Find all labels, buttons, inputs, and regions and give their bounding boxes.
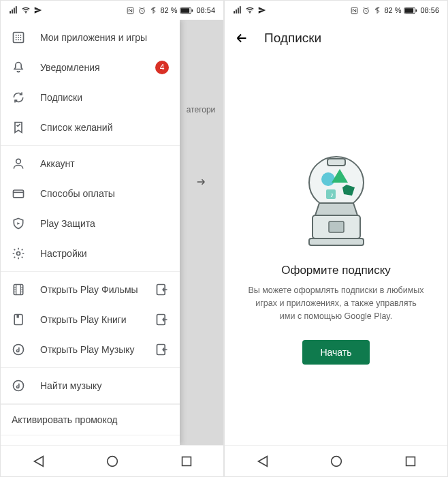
svg-text:♪: ♪: [330, 191, 334, 198]
menu-item-refresh[interactable]: Подписки: [1, 82, 180, 112]
wifi-icon: [21, 5, 31, 15]
app-bar: Подписки: [225, 20, 447, 57]
promo-label: Активировать промокод: [12, 414, 118, 425]
refresh-icon: [12, 91, 25, 104]
battery-text: 82 %: [384, 6, 401, 14]
menu-label: Открыть Play Книги: [40, 314, 140, 325]
phone-left-drawer: 82 % 08:54 атегори Мои приложения и игры…: [0, 0, 224, 477]
bookmark-icon: [12, 121, 25, 134]
menu-label: Уведомления: [40, 62, 140, 73]
music-icon: [12, 343, 25, 356]
svg-rect-40: [192, 9, 193, 11]
page-title: Подписки: [264, 31, 321, 46]
menu-label: Play Защита: [40, 218, 169, 229]
system-navbar: [225, 445, 447, 476]
bell-icon: [12, 61, 25, 74]
promo-code-button[interactable]: Активировать промокод: [1, 404, 180, 435]
menu-item-book[interactable]: Открыть Play Книги: [1, 305, 180, 335]
gear-icon: [12, 247, 25, 260]
menu-item-bell[interactable]: Уведомления4: [1, 52, 180, 82]
wifi-icon: [245, 5, 255, 15]
empty-description: Вы можете оформлять подписки в любимых и…: [248, 284, 424, 322]
nfc-icon: [350, 6, 359, 15]
menu-label: Аккаунт: [40, 158, 169, 169]
gumball-illustration: ♪: [299, 152, 374, 247]
send-icon: [33, 5, 43, 15]
bluetooth-icon: [373, 6, 381, 14]
nav-back-icon[interactable]: [31, 454, 46, 469]
menu-item-card[interactable]: Способы оплаты: [1, 179, 180, 209]
clock-text: 08:54: [196, 6, 215, 14]
shield-icon: [12, 217, 25, 230]
nav-recents-icon[interactable]: [403, 454, 418, 469]
apps-icon: [12, 31, 25, 44]
start-button-label: Начать: [320, 347, 351, 358]
bg-text: атегори: [187, 105, 216, 114]
empty-state: ♪ Оформите подписку Вы можете оформлять …: [225, 57, 447, 365]
notification-badge: 4: [155, 61, 169, 74]
menu-item-user[interactable]: Аккаунт: [1, 149, 180, 179]
nav-home-icon[interactable]: [105, 454, 120, 469]
menu-item-apps[interactable]: Мои приложения и игры: [1, 22, 180, 52]
menu-label: Подписки: [40, 92, 169, 103]
navigation-drawer: Мои приложения и игрыУведомления4Подписк…: [1, 20, 180, 445]
nfc-icon: [126, 6, 135, 15]
svg-rect-45: [327, 159, 345, 166]
svg-rect-43: [416, 9, 417, 11]
menu-item-film[interactable]: Открыть Play Фильмы: [1, 275, 180, 305]
open-external-icon: [155, 313, 169, 326]
nav-recents-icon[interactable]: [179, 454, 194, 469]
back-button-icon[interactable]: [234, 31, 249, 46]
music-icon: [12, 379, 25, 393]
battery-icon: [404, 7, 417, 14]
menu-label: Настройки: [40, 248, 169, 259]
svg-rect-39: [181, 8, 190, 13]
nav-home-icon[interactable]: [329, 454, 344, 469]
open-external-icon: [155, 343, 169, 356]
system-navbar: [1, 445, 223, 476]
start-button[interactable]: Начать: [302, 340, 369, 365]
alarm-icon: [138, 6, 146, 15]
menu-label: Найти музыку: [40, 380, 169, 391]
menu-label: Открыть Play Фильмы: [40, 284, 140, 295]
menu-item-music[interactable]: Открыть Play Музыку: [1, 335, 180, 365]
user-icon: [12, 157, 25, 170]
bluetooth-icon: [149, 6, 157, 14]
book-icon: [12, 313, 25, 326]
signal-icon: [9, 5, 18, 15]
alarm-icon: [362, 6, 370, 15]
menu-label: Список желаний: [40, 122, 169, 133]
menu-label: Мои приложения и игры: [40, 32, 169, 43]
card-icon: [12, 187, 25, 200]
signal-icon: [233, 5, 242, 15]
empty-title: Оформите подписку: [281, 264, 391, 277]
clock-text: 08:56: [420, 6, 439, 14]
svg-rect-42: [405, 8, 414, 13]
menu-item-bookmark[interactable]: Список желаний: [1, 112, 180, 142]
battery-text: 82 %: [160, 6, 177, 14]
status-bar: 82 % 08:54: [1, 1, 223, 20]
arrow-icon: [195, 176, 207, 188]
send-icon: [257, 5, 267, 15]
menu-label: Открыть Play Музыку: [40, 344, 140, 355]
menu-label: Способы оплаты: [40, 188, 169, 199]
menu-item-shield[interactable]: Play Защита: [1, 209, 180, 238]
menu-item-music[interactable]: Найти музыку: [1, 371, 180, 401]
open-external-icon: [155, 283, 169, 296]
battery-icon: [180, 7, 193, 14]
film-icon: [12, 283, 25, 296]
svg-rect-48: [309, 238, 364, 245]
phone-right-subscriptions: 82 % 08:56 Подписки ♪ Оформи: [224, 0, 448, 477]
status-bar: 82 % 08:56: [225, 1, 447, 20]
nav-back-icon[interactable]: [255, 454, 270, 469]
svg-rect-47: [329, 221, 344, 232]
menu-item-gear[interactable]: Настройки: [1, 238, 180, 268]
